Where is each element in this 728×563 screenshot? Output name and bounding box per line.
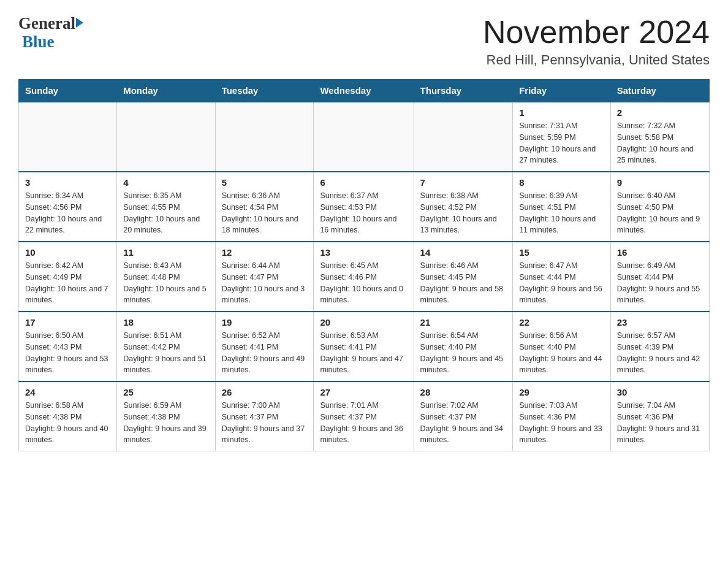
day-info: Sunrise: 6:39 AM Sunset: 4:51 PM Dayligh… — [519, 190, 604, 236]
main-title: November 2024 — [483, 15, 710, 50]
day-info: Sunrise: 6:43 AM Sunset: 4:48 PM Dayligh… — [123, 260, 208, 306]
subtitle: Red Hill, Pennsylvania, United States — [483, 52, 710, 68]
day-number: 11 — [123, 247, 208, 258]
calendar-day: 4Sunrise: 6:35 AM Sunset: 4:55 PM Daylig… — [117, 172, 215, 242]
day-info: Sunrise: 6:42 AM Sunset: 4:49 PM Dayligh… — [25, 260, 110, 306]
calendar-day: 19Sunrise: 6:52 AM Sunset: 4:41 PM Dayli… — [215, 312, 314, 381]
day-info: Sunrise: 6:52 AM Sunset: 4:41 PM Dayligh… — [222, 330, 308, 376]
day-number: 21 — [420, 317, 507, 327]
day-number: 22 — [519, 317, 604, 327]
day-number: 16 — [617, 247, 703, 258]
calendar-header-friday: Friday — [513, 80, 611, 102]
calendar-day — [19, 102, 117, 172]
calendar-week-row: 24Sunrise: 6:58 AM Sunset: 4:38 PM Dayli… — [19, 381, 710, 451]
logo-triangle-icon — [76, 18, 83, 28]
calendar-day: 23Sunrise: 6:57 AM Sunset: 4:39 PM Dayli… — [610, 312, 709, 381]
day-number: 6 — [320, 177, 407, 188]
day-info: Sunrise: 6:59 AM Sunset: 4:38 PM Dayligh… — [123, 400, 208, 446]
day-number: 4 — [123, 177, 208, 188]
day-number: 24 — [25, 387, 110, 397]
calendar-day: 29Sunrise: 7:03 AM Sunset: 4:36 PM Dayli… — [513, 381, 611, 451]
day-info: Sunrise: 6:36 AM Sunset: 4:54 PM Dayligh… — [222, 190, 308, 236]
calendar-week-row: 10Sunrise: 6:42 AM Sunset: 4:49 PM Dayli… — [19, 242, 710, 312]
day-number: 10 — [25, 247, 110, 258]
day-info: Sunrise: 6:34 AM Sunset: 4:56 PM Dayligh… — [25, 190, 110, 236]
day-info: Sunrise: 6:40 AM Sunset: 4:50 PM Dayligh… — [617, 190, 703, 236]
calendar-day: 24Sunrise: 6:58 AM Sunset: 4:38 PM Dayli… — [19, 381, 117, 451]
calendar-day: 14Sunrise: 6:46 AM Sunset: 4:45 PM Dayli… — [414, 242, 513, 312]
calendar-header-row: SundayMondayTuesdayWednesdayThursdayFrid… — [19, 80, 710, 102]
calendar-day — [117, 102, 215, 172]
calendar-day: 12Sunrise: 6:44 AM Sunset: 4:47 PM Dayli… — [215, 242, 314, 312]
calendar-day — [314, 102, 414, 172]
calendar-day — [414, 102, 513, 172]
day-info: Sunrise: 6:56 AM Sunset: 4:40 PM Dayligh… — [519, 330, 604, 376]
day-info: Sunrise: 7:02 AM Sunset: 4:37 PM Dayligh… — [420, 400, 507, 446]
day-info: Sunrise: 6:44 AM Sunset: 4:47 PM Dayligh… — [222, 260, 308, 306]
day-info: Sunrise: 6:53 AM Sunset: 4:41 PM Dayligh… — [320, 330, 407, 376]
day-info: Sunrise: 7:32 AM Sunset: 5:58 PM Dayligh… — [617, 120, 703, 166]
calendar-day: 13Sunrise: 6:45 AM Sunset: 4:46 PM Dayli… — [314, 242, 414, 312]
header: General Blue November 2024 Red Hill, Pen… — [18, 15, 710, 68]
logo-blue-text: Blue — [22, 33, 55, 52]
calendar-day: 22Sunrise: 6:56 AM Sunset: 4:40 PM Dayli… — [513, 312, 611, 381]
day-info: Sunrise: 7:31 AM Sunset: 5:59 PM Dayligh… — [519, 120, 604, 166]
day-info: Sunrise: 7:04 AM Sunset: 4:36 PM Dayligh… — [617, 400, 703, 446]
calendar-day: 30Sunrise: 7:04 AM Sunset: 4:36 PM Dayli… — [610, 381, 709, 451]
day-number: 28 — [420, 387, 507, 397]
calendar-day: 7Sunrise: 6:38 AM Sunset: 4:52 PM Daylig… — [414, 172, 513, 242]
calendar-day: 3Sunrise: 6:34 AM Sunset: 4:56 PM Daylig… — [19, 172, 117, 242]
calendar-day: 16Sunrise: 6:49 AM Sunset: 4:44 PM Dayli… — [610, 242, 709, 312]
calendar-header-monday: Monday — [117, 80, 215, 102]
day-info: Sunrise: 6:38 AM Sunset: 4:52 PM Dayligh… — [420, 190, 507, 236]
day-info: Sunrise: 6:57 AM Sunset: 4:39 PM Dayligh… — [617, 330, 703, 376]
day-info: Sunrise: 7:01 AM Sunset: 4:37 PM Dayligh… — [320, 400, 407, 446]
day-number: 20 — [320, 317, 407, 327]
day-number: 9 — [617, 177, 703, 188]
day-info: Sunrise: 6:47 AM Sunset: 4:44 PM Dayligh… — [519, 260, 604, 306]
calendar-day: 8Sunrise: 6:39 AM Sunset: 4:51 PM Daylig… — [513, 172, 611, 242]
calendar-day: 17Sunrise: 6:50 AM Sunset: 4:43 PM Dayli… — [19, 312, 117, 381]
calendar-day — [215, 102, 314, 172]
calendar-day: 27Sunrise: 7:01 AM Sunset: 4:37 PM Dayli… — [314, 381, 414, 451]
day-number: 5 — [222, 177, 308, 188]
logo: General Blue — [18, 15, 83, 51]
day-number: 12 — [222, 247, 308, 258]
day-number: 17 — [25, 317, 110, 327]
day-number: 23 — [617, 317, 703, 327]
calendar-day: 11Sunrise: 6:43 AM Sunset: 4:48 PM Dayli… — [117, 242, 215, 312]
day-info: Sunrise: 6:49 AM Sunset: 4:44 PM Dayligh… — [617, 260, 703, 306]
calendar-week-row: 17Sunrise: 6:50 AM Sunset: 4:43 PM Dayli… — [19, 312, 710, 381]
calendar-table: SundayMondayTuesdayWednesdayThursdayFrid… — [18, 79, 710, 451]
day-info: Sunrise: 6:51 AM Sunset: 4:42 PM Dayligh… — [123, 330, 208, 376]
calendar-header-saturday: Saturday — [610, 80, 709, 102]
calendar-header-tuesday: Tuesday — [215, 80, 314, 102]
calendar-day: 21Sunrise: 6:54 AM Sunset: 4:40 PM Dayli… — [414, 312, 513, 381]
calendar-day: 9Sunrise: 6:40 AM Sunset: 4:50 PM Daylig… — [610, 172, 709, 242]
calendar-day: 26Sunrise: 7:00 AM Sunset: 4:37 PM Dayli… — [215, 381, 314, 451]
day-number: 27 — [320, 387, 407, 397]
day-number: 26 — [222, 387, 308, 397]
day-info: Sunrise: 6:35 AM Sunset: 4:55 PM Dayligh… — [123, 190, 208, 236]
day-info: Sunrise: 6:37 AM Sunset: 4:53 PM Dayligh… — [320, 190, 407, 236]
day-number: 1 — [519, 107, 604, 118]
calendar-day: 6Sunrise: 6:37 AM Sunset: 4:53 PM Daylig… — [314, 172, 414, 242]
calendar-day: 1Sunrise: 7:31 AM Sunset: 5:59 PM Daylig… — [513, 102, 611, 172]
day-number: 7 — [420, 177, 507, 188]
calendar-header-thursday: Thursday — [414, 80, 513, 102]
calendar-day: 15Sunrise: 6:47 AM Sunset: 4:44 PM Dayli… — [513, 242, 611, 312]
day-number: 19 — [222, 317, 308, 327]
calendar-day: 25Sunrise: 6:59 AM Sunset: 4:38 PM Dayli… — [117, 381, 215, 451]
logo-general-text: General — [18, 15, 75, 33]
day-number: 29 — [519, 387, 604, 397]
day-number: 2 — [617, 107, 703, 118]
day-info: Sunrise: 7:03 AM Sunset: 4:36 PM Dayligh… — [519, 400, 604, 446]
calendar-day: 5Sunrise: 6:36 AM Sunset: 4:54 PM Daylig… — [215, 172, 314, 242]
day-info: Sunrise: 6:54 AM Sunset: 4:40 PM Dayligh… — [420, 330, 507, 376]
day-number: 13 — [320, 247, 407, 258]
day-number: 18 — [123, 317, 208, 327]
calendar-week-row: 1Sunrise: 7:31 AM Sunset: 5:59 PM Daylig… — [19, 102, 710, 172]
day-number: 14 — [420, 247, 507, 258]
day-info: Sunrise: 6:46 AM Sunset: 4:45 PM Dayligh… — [420, 260, 507, 306]
day-number: 25 — [123, 387, 208, 397]
